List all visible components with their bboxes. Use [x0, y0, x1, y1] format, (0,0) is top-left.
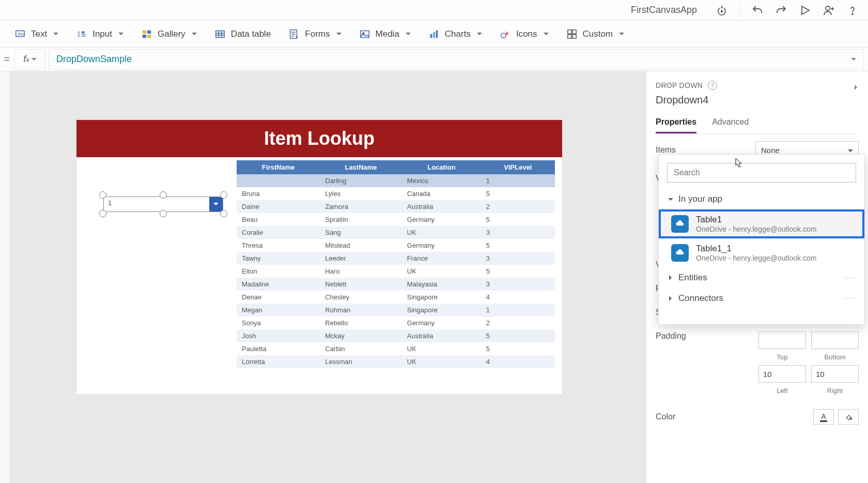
table-row: CoralieSangUK3: [237, 226, 555, 239]
table-cell: Mexico: [402, 174, 481, 187]
prop-padding: Padding Top Bottom 10 10 Left Right: [656, 324, 859, 402]
table-cell: Germany: [402, 213, 481, 226]
table-row: BrunaLylesCanada5: [237, 187, 555, 200]
padding-bottom-input[interactable]: [811, 331, 859, 349]
table-cell: Singapore: [402, 304, 481, 316]
table-cell: Lorretta: [237, 355, 320, 368]
table-cell: Lessman: [320, 355, 402, 368]
table-cell: Darling: [320, 174, 402, 187]
formula-input[interactable]: DropDownSample: [49, 49, 864, 70]
text-control-icon: Abc: [14, 28, 26, 40]
gallery-icon: [141, 28, 152, 40]
more-icon[interactable]: ···: [845, 273, 855, 283]
table-cell: Mckay: [320, 329, 402, 342]
fx-dropdown[interactable]: fx: [14, 49, 45, 70]
table-cell: 5: [481, 187, 555, 200]
expand-panel-icon[interactable]: [854, 82, 859, 93]
table-cell: UK: [402, 265, 481, 278]
section-entities[interactable]: Entities ···: [659, 267, 864, 288]
ribbon-charts[interactable]: Charts: [428, 28, 482, 40]
ribbon-icons[interactable]: Icons: [500, 28, 549, 40]
custom-icon: [566, 28, 578, 40]
section-in-your-app[interactable]: In your app: [659, 189, 864, 209]
table-cell: Leeder: [320, 252, 402, 265]
tab-advanced[interactable]: Advanced: [712, 113, 749, 133]
media-icon: [359, 28, 370, 40]
control-type-label: DROP DOWN: [656, 81, 703, 89]
formula-value: DropDownSample: [56, 54, 132, 65]
help-circle-icon[interactable]: ?: [708, 81, 717, 90]
more-icon[interactable]: ···: [845, 293, 855, 304]
datasource-item-table1[interactable]: Table1 OneDrive - henry.legge@outlook.co…: [659, 209, 864, 238]
table-row: DarlingMexico1: [237, 174, 555, 187]
expand-formula-icon[interactable]: [851, 56, 856, 63]
font-color-swatch[interactable]: A: [813, 409, 834, 425]
svg-point-5: [82, 31, 84, 33]
share-icon[interactable]: [823, 4, 835, 17]
onedrive-icon: [671, 215, 689, 233]
forms-icon: [288, 28, 300, 40]
app-title: FirstCanvasApp: [631, 5, 697, 16]
table-cell: 5: [481, 213, 555, 226]
svg-rect-21: [572, 34, 576, 38]
table-cell: Josh: [237, 329, 320, 342]
ribbon-input[interactable]: Input: [76, 28, 123, 40]
datasource-name: Table1_1: [696, 244, 816, 254]
chevron-down-icon: [477, 31, 482, 38]
mouse-cursor-icon: [735, 158, 742, 168]
padding-right-label: Right: [811, 387, 859, 395]
svg-rect-8: [143, 34, 146, 37]
ribbon-custom[interactable]: Custom: [566, 28, 625, 40]
table-cell: Thresa: [237, 239, 320, 252]
padding-right-input[interactable]: 10: [811, 365, 859, 383]
app-checker-icon[interactable]: [716, 4, 728, 17]
ribbon-data-table-label: Data table: [231, 29, 271, 39]
svg-rect-14: [430, 34, 432, 38]
svg-rect-16: [436, 30, 438, 38]
design-canvas[interactable]: Item Lookup 1 FirstNameLastNameLocationV…: [10, 71, 646, 483]
ribbon-forms[interactable]: Forms: [288, 28, 341, 40]
chevron-down-icon: [619, 31, 624, 38]
app-top-bar: FirstCanvasApp: [0, 0, 868, 21]
control-name[interactable]: Dropdown4: [656, 94, 859, 106]
datasource-item-table1-1[interactable]: Table1_1 OneDrive - henry.legge@outlook.…: [659, 238, 864, 267]
svg-rect-15: [433, 32, 435, 38]
table-cell: Lyles: [320, 187, 402, 200]
table-row: TawnyLeederFrance3: [237, 252, 555, 265]
play-preview-icon[interactable]: [799, 4, 811, 17]
redo-icon[interactable]: [775, 4, 787, 17]
ribbon-data-table[interactable]: Data table: [214, 28, 271, 40]
tab-properties[interactable]: Properties: [656, 113, 696, 133]
fill-color-swatch[interactable]: [838, 409, 859, 425]
table-cell: Canada: [402, 187, 481, 200]
dropdown-chevron-button[interactable]: [209, 197, 223, 212]
table-cell: Haro: [320, 265, 402, 278]
items-datasource-popup: In your app Table1 OneDrive - henry.legg…: [658, 154, 865, 325]
ribbon-gallery[interactable]: Gallery: [141, 28, 197, 40]
chevron-down-icon: [32, 56, 37, 63]
svg-point-1: [826, 6, 830, 10]
section-in-your-app-label: In your app: [678, 194, 722, 204]
datasource-search[interactable]: [667, 163, 856, 183]
undo-icon[interactable]: [751, 4, 764, 17]
datasource-search-input[interactable]: [673, 168, 850, 178]
table-cell: 1: [481, 304, 555, 316]
prop-color: Color A: [656, 402, 859, 432]
table-cell: Germany: [402, 239, 481, 252]
padding-left-input[interactable]: 10: [758, 365, 806, 383]
table-row: DaineZamoraAustralia2: [237, 200, 555, 213]
section-connectors[interactable]: Connectors ···: [659, 288, 864, 309]
ribbon-text[interactable]: Abc Text: [14, 28, 58, 40]
ribbon-charts-label: Charts: [445, 29, 471, 39]
chevron-down-icon: [668, 194, 673, 204]
table-cell: Neblett: [320, 278, 402, 291]
table-cell: Singapore: [402, 291, 481, 304]
help-icon[interactable]: [846, 4, 859, 17]
table-cell: Chesley: [320, 291, 402, 304]
table-cell: Tawny: [237, 252, 320, 265]
padding-top-input[interactable]: [758, 331, 806, 349]
table-cell: 5: [481, 239, 555, 252]
table-cell: 1: [481, 174, 555, 187]
dropdown-control[interactable]: 1: [103, 197, 223, 212]
ribbon-media[interactable]: Media: [359, 28, 411, 40]
